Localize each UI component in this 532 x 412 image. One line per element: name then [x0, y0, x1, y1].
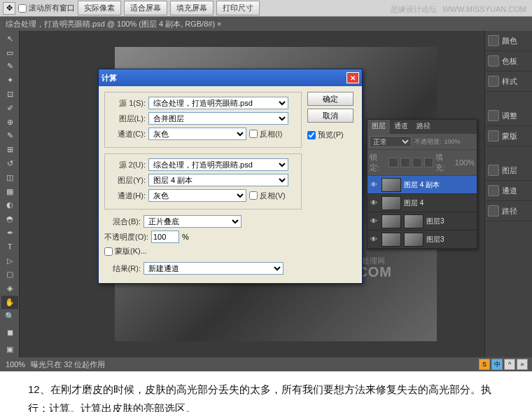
- hand-tool[interactable]: ✋: [1, 296, 18, 309]
- actual-pixels-button[interactable]: 实际像素: [78, 1, 121, 15]
- lock-label: 锁定:: [370, 152, 386, 173]
- panel-swatches[interactable]: 色板: [485, 51, 532, 71]
- fg-bg-colors[interactable]: ◼: [1, 324, 18, 342]
- cancel-button[interactable]: 取消: [307, 109, 354, 123]
- fill-val[interactable]: 100%: [455, 158, 475, 167]
- layer-thumb: [382, 178, 401, 192]
- result-select[interactable]: 新建通道: [144, 262, 284, 275]
- invert2-checkbox[interactable]: 反相(V): [249, 191, 286, 201]
- tab-channels[interactable]: 通道: [390, 120, 412, 134]
- panel-styles[interactable]: 样式: [485, 71, 532, 92]
- tab-paths[interactable]: 路径: [412, 120, 435, 134]
- channels-icon: [488, 185, 499, 196]
- zoom-level[interactable]: 100%: [6, 360, 25, 369]
- lock-position-icon[interactable]: [412, 158, 422, 167]
- dialog-title: 计算: [102, 73, 117, 83]
- fill-screen-button[interactable]: 填充屏幕: [170, 1, 214, 15]
- layer-row[interactable]: 👁图层 4: [368, 194, 477, 212]
- visibility-icon[interactable]: 👁: [369, 217, 379, 226]
- lock-all-icon[interactable]: [424, 158, 434, 167]
- gradient-tool[interactable]: ▦: [1, 185, 18, 198]
- layer1-select[interactable]: 合并图层: [148, 112, 288, 125]
- tab-layers[interactable]: 图层: [368, 120, 390, 134]
- visibility-icon[interactable]: 👁: [369, 180, 379, 190]
- layer-row[interactable]: 👁图层3: [368, 212, 477, 231]
- blend-select[interactable]: 正片叠底: [144, 215, 241, 228]
- tray-icon[interactable]: »: [517, 359, 528, 370]
- 3d-tool[interactable]: ◈: [1, 282, 18, 295]
- blur-tool[interactable]: ◐: [1, 199, 18, 212]
- blend-mode-select[interactable]: 正常: [370, 136, 412, 147]
- eyedropper-tool[interactable]: ✐: [1, 102, 18, 115]
- chan1-label: 通道(C):: [109, 129, 146, 139]
- layer-row[interactable]: 👁图层 4 副本: [368, 176, 477, 194]
- panel-channels-btn[interactable]: 通道: [485, 181, 532, 201]
- panel-masks[interactable]: 蒙版: [485, 126, 532, 146]
- panel-paths-btn[interactable]: 路径: [485, 201, 532, 221]
- opacity-val[interactable]: 100%: [444, 138, 461, 145]
- dodge-tool[interactable]: ◓: [1, 212, 18, 226]
- panel-color[interactable]: 颜色: [485, 31, 532, 51]
- fill-label: 填充:: [435, 152, 452, 173]
- print-size-button[interactable]: 打印尺寸: [216, 1, 260, 15]
- pen-tool[interactable]: ✒: [1, 226, 18, 240]
- src1-label: 源 1(S):: [109, 98, 146, 109]
- eraser-tool[interactable]: ◫: [1, 171, 18, 184]
- lock-pixels-icon[interactable]: [400, 158, 410, 167]
- panel-adjustments[interactable]: 调整: [485, 106, 532, 126]
- lock-transparent-icon[interactable]: [388, 158, 398, 167]
- chan1-select[interactable]: 灰色: [148, 128, 246, 140]
- history-brush-tool[interactable]: ↺: [1, 157, 18, 170]
- visibility-icon[interactable]: 👁: [369, 235, 379, 245]
- fit-screen-button[interactable]: 适合屏幕: [124, 1, 167, 15]
- result-label: 结果(R):: [104, 263, 141, 274]
- chan2-select[interactable]: 灰色: [148, 189, 246, 202]
- layer2-select[interactable]: 图层 4 副本: [148, 174, 288, 186]
- source1-group: 源 1(S):综合处理，打造明亮眼睛.psd 图层(L):合并图层 通道(C):…: [104, 92, 302, 148]
- opacity-input[interactable]: [151, 231, 179, 243]
- zoom-tool[interactable]: 🔍: [1, 310, 18, 323]
- preview-checkbox[interactable]: 预览(P): [307, 130, 344, 140]
- invert1-checkbox[interactable]: 反相(I): [249, 129, 286, 139]
- path-tool[interactable]: ▷: [1, 254, 18, 268]
- panel-layers-btn[interactable]: 图层: [485, 160, 532, 181]
- brush-tool[interactable]: ✎: [1, 130, 18, 143]
- layers-icon: [488, 165, 499, 176]
- layer-row[interactable]: 👁图层3: [368, 231, 477, 249]
- color-icon: [488, 35, 499, 46]
- visibility-icon[interactable]: 👁: [369, 198, 379, 208]
- shape-tool[interactable]: ▢: [1, 268, 18, 282]
- lasso-tool[interactable]: ✎: [1, 60, 18, 74]
- close-icon[interactable]: ✕: [346, 72, 359, 83]
- layer-thumb2: [404, 233, 424, 247]
- quickmask-toggle[interactable]: ▣: [1, 343, 18, 356]
- tray-icon[interactable]: 中: [491, 359, 503, 370]
- opacity-label: 不透明度(O):: [104, 232, 148, 242]
- src1-select[interactable]: 综合处理，打造明亮眼睛.psd: [148, 97, 288, 109]
- stamp-tool[interactable]: ⊞: [1, 143, 18, 156]
- site-credit: 思缘设计论坛 WWW.MISSYUAN.COM: [391, 4, 526, 15]
- layer-thumb: [382, 214, 401, 228]
- wand-tool[interactable]: ✦: [1, 74, 18, 87]
- document-tab[interactable]: 综合处理，打造明亮眼睛.psd @ 100% (图层 4 副本, RGB/8#)…: [0, 17, 532, 31]
- heal-tool[interactable]: ⊕: [1, 116, 18, 129]
- layers-list: 👁图层 4 副本 👁图层 4 👁图层3 👁图层3: [368, 176, 477, 249]
- tray-icon[interactable]: ^: [504, 359, 515, 370]
- crop-tool[interactable]: ⊡: [1, 88, 18, 101]
- ok-button[interactable]: 确定: [307, 92, 354, 106]
- options-bar: ✥ 滚动所有窗口 实际像素 适合屏幕 填充屏幕 打印尺寸 思缘设计论坛 WWW.…: [0, 0, 532, 17]
- paths-icon: [488, 205, 499, 217]
- marquee-tool[interactable]: ▭: [1, 46, 18, 60]
- mask-checkbox[interactable]: 蒙版(K)...: [104, 246, 147, 256]
- type-tool[interactable]: T: [1, 240, 18, 254]
- src2-select[interactable]: 综合处理，打造明亮眼睛.psd: [148, 158, 288, 171]
- chan2-label: 通道(H):: [109, 191, 146, 201]
- tool-preset-icon[interactable]: ✥: [3, 2, 15, 15]
- move-tool[interactable]: ↖: [1, 32, 18, 46]
- right-panels-collapsed: 颜色 色板 样式 调整 蒙版 图层 通道 路径: [484, 31, 532, 357]
- dialog-titlebar[interactable]: 计算 ✕: [99, 69, 362, 86]
- scroll-all-checkbox[interactable]: 滚动所有窗口: [18, 3, 75, 13]
- tray-icon[interactable]: S: [479, 359, 490, 370]
- adjust-icon: [488, 110, 499, 121]
- calculations-dialog: 计算 ✕ 源 1(S):综合处理，打造明亮眼睛.psd 图层(L):合并图层 通…: [98, 69, 363, 284]
